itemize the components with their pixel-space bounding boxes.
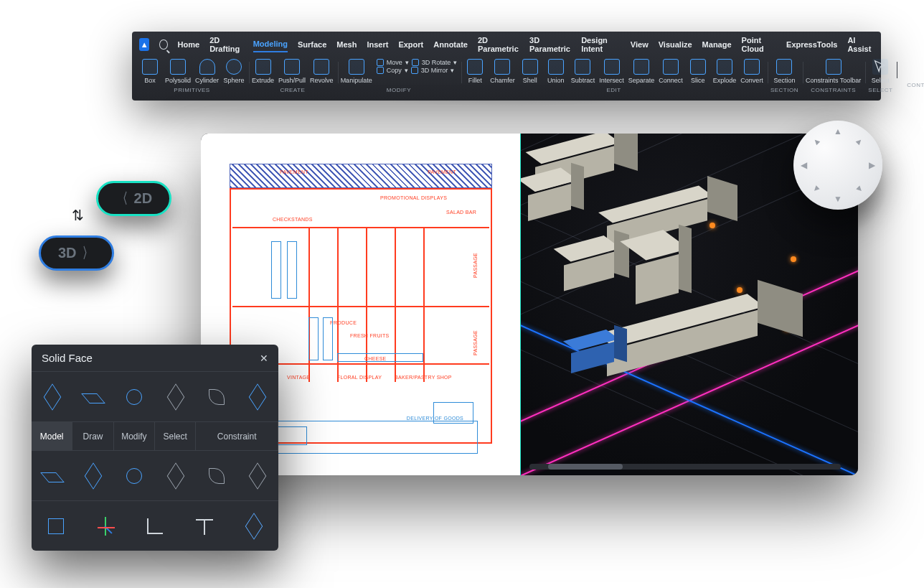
tool-convert[interactable]: Convert xyxy=(740,59,763,84)
tool-fillet[interactable]: Fillet xyxy=(464,59,486,84)
intersect-icon xyxy=(604,59,620,75)
ribbon: ▲ Home 2D Drafting Modeling Surface Mesh… xyxy=(132,32,881,101)
tool-constraints-toolbar[interactable]: Constraints Toolbar xyxy=(806,59,861,84)
slice-icon xyxy=(690,59,706,75)
tool-box[interactable]: Box xyxy=(139,59,161,84)
tool-slice[interactable]: Slice xyxy=(687,59,709,84)
scroll-thumb[interactable] xyxy=(548,464,623,470)
tool-manipulate[interactable]: Manipulate xyxy=(341,59,372,84)
ctrl-icon[interactable] xyxy=(913,59,921,67)
tool-polysolid[interactable]: Polysolid xyxy=(165,59,191,84)
mirror3d-icon xyxy=(411,67,418,74)
palette-title: Solid Face xyxy=(42,352,93,364)
menu-annotate[interactable]: Annotate xyxy=(433,40,468,49)
pal-tool-3[interactable] xyxy=(114,450,155,500)
tool-chamfer[interactable]: Chamfer xyxy=(490,59,515,84)
pal-tool-4[interactable] xyxy=(155,450,196,500)
revolve-icon xyxy=(314,59,329,75)
cylinder-icon xyxy=(199,59,215,75)
tool-section[interactable]: Section xyxy=(773,59,795,84)
pushpull-icon xyxy=(284,59,300,75)
group-primitives: Box Polysolid Cylinder Sphere PRIMITIVES xyxy=(136,59,248,93)
convert-icon xyxy=(744,59,760,75)
box-icon xyxy=(142,59,158,75)
tool-3dmirror[interactable]: 3D Mirror xyxy=(421,67,448,74)
tool-pushpull[interactable]: Push/Pull xyxy=(278,59,306,84)
tool-3drotate[interactable]: 3D Rotate xyxy=(422,59,451,66)
menu-bar: ▲ Home 2D Drafting Modeling Surface Mesh… xyxy=(132,32,881,57)
pal-tool-wire[interactable] xyxy=(237,371,278,421)
tool-revolve[interactable]: Revolve xyxy=(310,59,334,84)
group-modify: Manipulate Move▾3D Rotate▾ Copy▾3D Mirro… xyxy=(338,59,461,93)
tool-extrude[interactable]: Extrude xyxy=(252,59,274,84)
axis-icon xyxy=(95,515,116,537)
tool-shell[interactable]: Shell xyxy=(519,59,541,84)
palette-tab-model[interactable]: Model xyxy=(32,421,72,450)
pal-tool-6[interactable] xyxy=(237,450,278,500)
tool-connect[interactable]: Connect xyxy=(659,59,683,84)
menu-3d-parametric[interactable]: 3D Parametric xyxy=(529,36,571,53)
pal-tool-t[interactable] xyxy=(179,500,229,551)
tool-select[interactable]: Select xyxy=(869,59,891,84)
ctrl-icon[interactable] xyxy=(913,70,921,79)
tool-intersect[interactable]: Intersect xyxy=(599,59,624,84)
menu-home[interactable]: Home xyxy=(178,40,200,49)
pal-tool-5[interactable] xyxy=(196,450,237,500)
pal-tool-axis[interactable] xyxy=(81,500,131,551)
extrude-icon xyxy=(255,59,271,75)
pill-2d[interactable]: 〈 2D xyxy=(96,181,171,216)
tool-separate[interactable]: Separate xyxy=(628,59,655,84)
ctrl-icon[interactable] xyxy=(900,70,908,79)
cursor-icon xyxy=(872,59,888,75)
pal-tool-plane[interactable] xyxy=(72,371,113,421)
pal-tool-orbit[interactable] xyxy=(114,371,155,421)
shell-icon xyxy=(522,59,538,75)
solid-face-palette: Solid Face ✕ Model Draw Modify Select Co… xyxy=(32,345,278,551)
menu-2d-drafting[interactable]: 2D Drafting xyxy=(209,36,243,53)
connect-icon xyxy=(663,59,679,75)
search-icon[interactable] xyxy=(159,39,167,50)
menu-insert[interactable]: Insert xyxy=(367,40,388,49)
pal-tool-iso[interactable] xyxy=(32,500,81,551)
menu-point-cloud[interactable]: Point Cloud xyxy=(742,36,776,53)
menu-visualize[interactable]: Visualize xyxy=(659,40,692,49)
copy-icon xyxy=(377,67,384,74)
pal-tool-2[interactable] xyxy=(72,450,113,500)
palette-tab-draw[interactable]: Draw xyxy=(72,421,113,450)
pal-tool-l[interactable] xyxy=(131,500,180,551)
pal-tool-move3d[interactable] xyxy=(32,371,72,421)
menu-export[interactable]: Export xyxy=(398,40,423,49)
menu-modeling[interactable]: Modeling xyxy=(253,39,288,52)
tool-subtract[interactable]: Subtract xyxy=(571,59,595,84)
app-logo[interactable]: ▲ xyxy=(139,38,149,51)
view-compass[interactable]: ▲ ▼ ◀ ▶ ▲ ▲ ▼ ▼ xyxy=(793,121,882,210)
palette-tab-modify[interactable]: Modify xyxy=(114,421,155,450)
pal-tool-box[interactable] xyxy=(155,371,196,421)
tool-move[interactable]: Move xyxy=(387,59,402,66)
ctrl-icon[interactable] xyxy=(900,59,908,67)
palette-tab-select[interactable]: Select xyxy=(155,421,196,450)
pal-tool-1[interactable] xyxy=(32,450,72,500)
pal-tool-sweep[interactable] xyxy=(196,371,237,421)
menu-view[interactable]: View xyxy=(631,40,649,49)
menu-expresstools[interactable]: ExpressTools xyxy=(786,40,837,49)
menu-2d-parametric[interactable]: 2D Parametric xyxy=(478,36,519,53)
menu-mesh[interactable]: Mesh xyxy=(336,40,357,49)
group-select: Select SELECT xyxy=(865,59,895,93)
subtract-icon xyxy=(575,59,590,75)
viewport: PAVEMENT PAVEMENT CHECKSTANDS PROMOTIONA… xyxy=(201,134,858,475)
close-icon[interactable]: ✕ xyxy=(260,353,268,364)
palette-tab-constraint[interactable]: Constraint xyxy=(196,421,278,450)
pal-tool-comp[interactable] xyxy=(229,500,278,551)
menu-surface[interactable]: Surface xyxy=(298,40,326,49)
tool-union[interactable]: Union xyxy=(545,59,567,84)
tool-explode[interactable]: Explode xyxy=(713,59,737,84)
tool-sphere[interactable]: Sphere xyxy=(223,59,245,84)
tool-copy[interactable]: Copy xyxy=(387,67,402,74)
tool-cylinder[interactable]: Cylinder xyxy=(195,59,219,84)
pill-3d[interactable]: 3D 〉 xyxy=(39,235,114,271)
menu-manage[interactable]: Manage xyxy=(702,40,732,49)
horizontal-scrollbar[interactable] xyxy=(529,464,841,470)
menu-design-intent[interactable]: Design Intent xyxy=(581,36,621,53)
menu-ai-assist[interactable]: AI Assist xyxy=(847,36,874,53)
